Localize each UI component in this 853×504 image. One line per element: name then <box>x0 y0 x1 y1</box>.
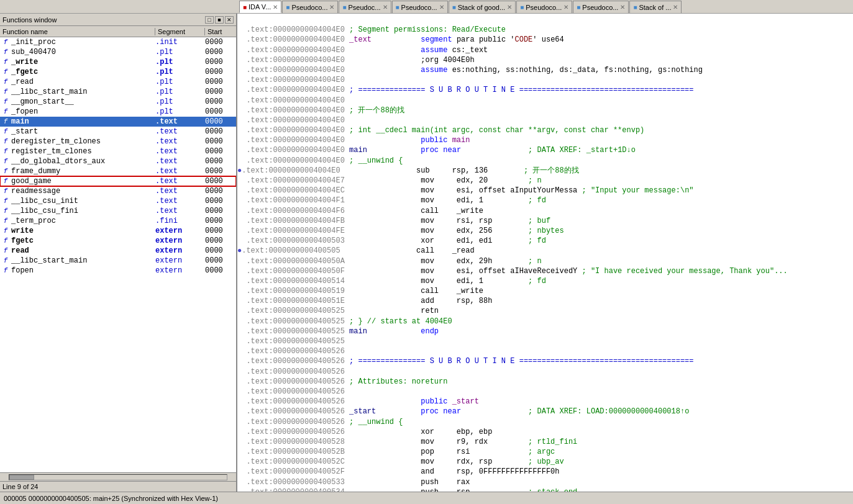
list-item[interactable]: f __libc_csu_init .text 0000 <box>0 196 236 206</box>
panel-max-btn[interactable]: ■ <box>215 16 224 24</box>
tab-ida-close[interactable]: ✕ <box>273 4 278 11</box>
list-item[interactable]: f readmessage .text 0000 <box>0 186 236 196</box>
func-start: 0000 <box>205 88 236 96</box>
functions-header: Function name Segment Start <box>0 26 236 37</box>
list-item[interactable]: f _fgetc .plt 0000 <box>0 67 236 77</box>
tab-stack2-close[interactable]: ✕ <box>673 4 678 11</box>
tab-stack1-close[interactable]: ✕ <box>507 4 512 11</box>
panel-restore-btn[interactable]: □ <box>205 16 214 24</box>
list-item[interactable]: f __gmon_start__ .plt 0000 <box>0 97 236 107</box>
tab-pseudo3-close[interactable]: ✕ <box>439 4 444 11</box>
ida-content[interactable]: .text:00000000004004E0 ; Segment permiss… <box>237 14 853 492</box>
tab-pseudo5[interactable]: ■ Pseudoco... ✕ <box>573 1 629 13</box>
code-line-29: .text:0000000000400525 retn <box>237 307 439 315</box>
code-line-20: .text:00000000004004FB mov rsi, rsp ; bu… <box>237 217 550 225</box>
code-line-3: .text:00000000004004E0 assume cs:_text <box>237 46 488 55</box>
panel-controls: □ ■ ✕ <box>205 16 234 24</box>
col-start: Start <box>205 28 236 35</box>
list-item[interactable]: f sub_400470 .plt 0000 <box>0 47 236 57</box>
tab-pseudo1[interactable]: ■ Pseudoco... ✕ <box>282 1 338 13</box>
func-icon: f <box>0 247 11 254</box>
list-item[interactable]: f _start .text 0000 <box>0 127 236 137</box>
hscroll-thumb[interactable] <box>9 475 34 480</box>
list-item[interactable]: f _term_proc .fini 0000 <box>0 216 236 226</box>
list-item[interactable]: f fopen extern 0000 <box>0 266 236 276</box>
func-start: 0000 <box>205 117 236 126</box>
func-seg: extern <box>155 246 205 255</box>
tab-pseudo3[interactable]: ■ Pseudoco... ✕ <box>392 1 448 13</box>
func-icon: f <box>0 148 11 155</box>
list-item[interactable]: f frame_dummy .text 0000 <box>0 166 236 176</box>
code-line-10: .text:00000000004004E0 <box>237 116 345 125</box>
list-item[interactable]: f _read .plt 0000 <box>0 77 236 87</box>
functions-panel: Functions window □ ■ ✕ Function name Seg… <box>0 14 237 492</box>
code-line-5: .text:00000000004004E0 assume es:nothing… <box>237 66 703 74</box>
list-item[interactable]: f fgetc extern 0000 <box>0 236 236 246</box>
list-item[interactable]: f main .text 0000 <box>0 117 236 127</box>
code-line-31: .text:0000000000400525 main endp <box>237 327 439 336</box>
code-line-4: .text:00000000004004E0 ;org 4004E0h <box>237 56 475 65</box>
func-icon: f <box>0 118 11 125</box>
func-start: 0000 <box>205 246 236 255</box>
list-item[interactable]: f read extern 0000 <box>0 246 236 256</box>
tab-stack1[interactable]: ■ Stack of good... ✕ <box>449 1 516 13</box>
tab-pseudo1-close[interactable]: ✕ <box>329 4 334 11</box>
code-line-36: .text:0000000000400526 ; Attributes: nor… <box>237 377 447 386</box>
list-item[interactable]: f __do_global_dtors_aux .text 0000 <box>0 156 236 166</box>
list-item[interactable]: f write extern 0000 <box>0 226 236 236</box>
code-line-42: .text:0000000000400528 mov r9, rdx ; rtl… <box>237 438 577 446</box>
hscroll-track[interactable] <box>9 474 227 480</box>
list-item[interactable]: f _write .plt 0000 <box>0 57 236 67</box>
func-seg: extern <box>155 266 205 275</box>
func-name-good-game: good_game <box>11 177 155 186</box>
code-line-1: .text:00000000004004E0 ; Segment permiss… <box>237 25 506 34</box>
code-line-8: .text:00000000004004E0 <box>237 96 345 105</box>
list-item[interactable]: f _fopen .plt 0000 <box>0 107 236 117</box>
functions-list[interactable]: f _init_proc .init 0000 f sub_400470 .pl… <box>0 37 236 472</box>
list-item[interactable]: f __libc_csu_fini .text 0000 <box>0 206 236 216</box>
list-item-good-game[interactable]: f good_game .text 0000 <box>0 176 236 186</box>
code-line-21: .text:00000000004004FE mov edx, 256 ; nb… <box>237 227 564 235</box>
func-name: write <box>11 227 155 235</box>
tab-pseudo1-label: Pseudoco... <box>291 4 327 11</box>
func-start: 0000 <box>205 38 236 47</box>
func-name: read <box>11 246 155 255</box>
tab-ida-label: IDA V... <box>249 3 271 11</box>
list-item[interactable]: f __libc_start_main extern 0000 <box>0 256 236 266</box>
panel-close-btn[interactable]: ✕ <box>225 16 234 24</box>
func-icon: f <box>0 178 11 185</box>
func-name: readmessage <box>11 187 155 196</box>
tab-pseudo5-close[interactable]: ✕ <box>620 4 625 11</box>
func-seg: .plt <box>155 107 205 116</box>
tab-pseudo2-close[interactable]: ✕ <box>383 4 388 11</box>
func-name: _fgetc <box>11 68 155 76</box>
tab-pseudo4-close[interactable]: ✕ <box>563 4 568 11</box>
code-line-46: .text:0000000000400533 push rax <box>237 478 470 487</box>
tab-pseudo4[interactable]: ■ Pseudoco... ✕ <box>516 1 572 13</box>
tab-ida[interactable]: ■ IDA V... ✕ <box>239 1 281 13</box>
func-start: 0000 <box>205 227 236 235</box>
tab-pseudo2[interactable]: ■ Pseudoc... ✕ <box>339 1 391 13</box>
func-start: 0000 <box>205 256 236 265</box>
list-item[interactable]: f _init_proc .init 0000 <box>0 37 236 47</box>
tab-stack2[interactable]: ■ Stack of ... ✕ <box>629 1 682 13</box>
h-scrollbar[interactable] <box>0 472 236 481</box>
func-seg: .text <box>155 127 205 136</box>
code-line-34: .text:0000000000400526 ; ===============… <box>237 357 694 366</box>
tab-pseudo3-label: Pseudoco... <box>401 4 437 11</box>
code-line-22: .text:0000000000400503 xor edi, edi ; fd <box>237 236 546 245</box>
func-seg: .text <box>155 137 205 146</box>
tab-pseudo4-icon: ■ <box>520 4 524 11</box>
func-icon: f <box>0 48 11 56</box>
func-start: 0000 <box>205 58 236 66</box>
list-item[interactable]: f __libc_start_main .plt 0000 <box>0 87 236 97</box>
func-seg: .text <box>155 177 205 186</box>
code-line-39: .text:0000000000400526 _start proc near … <box>237 407 689 416</box>
func-icon: f <box>0 88 11 96</box>
list-item[interactable]: f deregister_tm_clones .text 0000 <box>0 137 236 146</box>
func-name: main <box>11 117 155 126</box>
status-bar: 000005 0000000000400505: main+25 (Synchr… <box>0 492 853 504</box>
list-item[interactable]: f register_tm_clones .text 0000 <box>0 146 236 156</box>
func-icon: f <box>0 227 11 235</box>
func-start: 0000 <box>205 266 236 275</box>
